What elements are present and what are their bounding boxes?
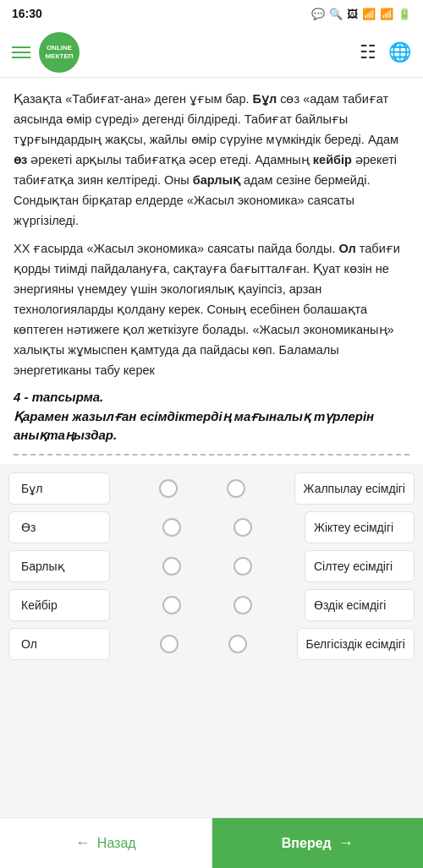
image-status-icon: 🖼	[347, 8, 358, 20]
wifi-icon: 📶	[362, 8, 376, 20]
paragraph-2: ХХ ғасырда «Жасыл экономика» саясаты пай…	[14, 239, 409, 380]
footer: ← Назад Вперед →	[0, 817, 423, 868]
match-radio-left[interactable]	[160, 635, 179, 653]
logo: ONLINE МЕКТЕП	[39, 32, 80, 73]
matching-area: БұлЖалпылау есімдігіӨзЖіктеу есімдігіБар…	[0, 464, 423, 679]
match-radio-left[interactable]	[162, 557, 181, 576]
match-left-label: Өз	[8, 511, 110, 543]
status-time: 16:30	[12, 7, 42, 20]
match-row: ӨзЖіктеу есімдігі	[8, 511, 415, 543]
match-radio-left[interactable]	[162, 518, 181, 537]
match-radio-right[interactable]	[233, 596, 252, 614]
hamburger-menu-icon[interactable]	[12, 46, 30, 58]
back-label: Назад	[97, 836, 136, 851]
match-right-label: Белгісіздік есімдігі	[297, 628, 415, 660]
globe-icon[interactable]: 🌐	[388, 41, 411, 63]
back-button[interactable]: ← Назад	[0, 818, 212, 868]
signal-icon: 📶	[380, 8, 393, 20]
next-label: Вперед	[282, 836, 332, 851]
header: ONLINE МЕКТЕП ☷ 🌐	[0, 27, 423, 78]
status-icons: 💬 🔍 🖼 📶 📶 🔋	[311, 8, 411, 20]
next-button[interactable]: Вперед →	[212, 818, 424, 868]
match-row: КейбірӨздік есімдігі	[8, 589, 415, 621]
match-left-label: Ол	[8, 628, 110, 660]
dashed-separator	[14, 454, 409, 456]
status-bar: 16:30 💬 🔍 🖼 📶 📶 🔋	[0, 0, 423, 27]
match-radio-left[interactable]	[159, 479, 178, 498]
match-left-label: Барлық	[8, 550, 110, 582]
match-radio-right[interactable]	[227, 479, 245, 498]
battery-icon: 🔋	[398, 8, 411, 20]
search-status-icon: 🔍	[329, 8, 343, 20]
back-arrow-icon: ←	[75, 834, 91, 852]
match-radio-right[interactable]	[228, 635, 247, 653]
match-left-label: Кейбір	[8, 589, 110, 621]
task-number: 4 - тапсырма.	[14, 390, 409, 404]
match-right-label: Сілтеу есімдігі	[305, 550, 415, 582]
header-left: ONLINE МЕКТЕП	[12, 32, 80, 73]
match-right-label: Жалпылау есімдігі	[294, 472, 415, 505]
match-radio-right[interactable]	[233, 518, 252, 537]
main-content: Қазақта «Табиғат-ана» деген ұғым бар. Бұ…	[0, 78, 423, 464]
message-icon: 💬	[311, 8, 325, 20]
match-row: БұлЖалпылау есімдігі	[8, 472, 415, 505]
match-row: БарлықСілтеу есімдігі	[8, 550, 415, 582]
match-radio-right[interactable]	[233, 557, 252, 576]
header-right: ☷ 🌐	[360, 41, 411, 63]
match-left-label: Бұл	[8, 472, 110, 505]
paragraph-1: Қазақта «Табиғат-ана» деген ұғым бар. Бұ…	[14, 90, 409, 231]
next-arrow-icon: →	[338, 834, 354, 852]
grid-icon[interactable]: ☷	[360, 41, 376, 63]
match-radio-left[interactable]	[162, 596, 181, 614]
task-instruction: Қарамен жазылған есімдіктердің мағыналық…	[14, 407, 409, 445]
match-right-label: Жіктеу есімдігі	[305, 511, 415, 543]
match-right-label: Өздік есімдігі	[305, 589, 415, 621]
match-row: ОлБелгісіздік есімдігі	[8, 628, 415, 660]
